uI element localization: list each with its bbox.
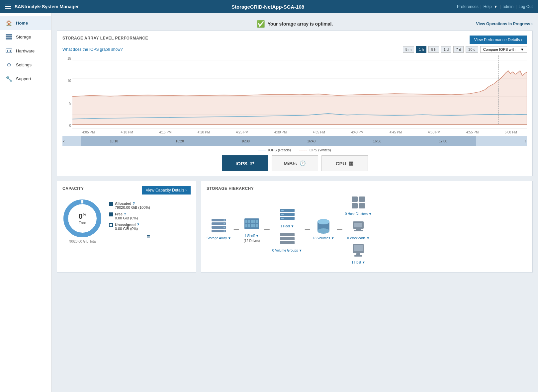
help-dropdown-icon[interactable]: ▼ bbox=[493, 4, 497, 9]
header-nav: Preferences | Help ▼ | admin | Log Out bbox=[457, 4, 533, 9]
timeline-left-arrow[interactable]: ‹ bbox=[63, 138, 65, 144]
free-help-icon[interactable]: ? bbox=[124, 212, 126, 216]
x-label-3: 4:20 PM bbox=[198, 130, 210, 134]
tl-label-3: 16:40 bbox=[307, 139, 315, 143]
status-message: Your storage array is optimal. bbox=[268, 21, 333, 27]
time-8h[interactable]: 8 h bbox=[428, 46, 439, 53]
compare-dropdown-arrow: ▼ bbox=[520, 47, 524, 51]
hier-arrow-2: — bbox=[264, 226, 270, 232]
x-label-5: 4:30 PM bbox=[274, 130, 287, 134]
svg-rect-3 bbox=[6, 49, 12, 53]
svg-rect-27 bbox=[251, 220, 253, 223]
chart-area: Live bbox=[72, 55, 527, 128]
hier-arrow-4: — bbox=[337, 226, 342, 232]
cap-list-btn[interactable]: ≡ bbox=[109, 233, 150, 240]
unassigned-value: 0.00 GiB (0%) bbox=[115, 227, 139, 231]
svg-rect-15 bbox=[81, 200, 83, 203]
hier-group-pools: 1 Pool ▼ 0 Volume Groups ▼ bbox=[272, 206, 302, 252]
allocated-text: Allocated ? 79020.00 GiB (100%) bbox=[115, 201, 150, 209]
host-label[interactable]: 1 Host ▼ bbox=[351, 261, 365, 264]
timeline-inner[interactable]: 16:10 16:20 16:30 16:40 16:50 17:00 bbox=[81, 136, 476, 146]
cap-list-icon[interactable]: ≡ bbox=[146, 233, 150, 240]
allocated-check-icon bbox=[109, 202, 113, 206]
metric-cpu-button[interactable]: CPU ▦ bbox=[321, 155, 368, 171]
compare-iops-dropdown[interactable]: Compare IOPS with... ▼ bbox=[480, 46, 527, 53]
what-iops-link[interactable]: What does the IOPS graph show? bbox=[62, 47, 123, 52]
legend-reads: IOPS (Reads) bbox=[258, 148, 291, 152]
timeline-right-arrow[interactable]: › bbox=[525, 138, 526, 144]
status-bar: ✅ Your storage array is optimal. View Op… bbox=[57, 17, 533, 31]
view-operations-link[interactable]: View Operations in Progress › bbox=[476, 22, 533, 26]
storage-array-label[interactable]: Storage Array ▼ bbox=[207, 236, 231, 240]
volumes-label[interactable]: 18 Volumes ▼ bbox=[313, 236, 334, 240]
timeline-slider[interactable]: ‹ 16:10 16:20 16:30 16:40 16:50 17:00 › bbox=[62, 136, 527, 146]
time-1h[interactable]: 1 h bbox=[416, 46, 426, 53]
hier-node-host-clusters: 0 Host Clusters ▼ bbox=[345, 194, 372, 216]
time-5m[interactable]: 5 m bbox=[403, 46, 414, 53]
x-label-10: 4:55 PM bbox=[466, 130, 479, 134]
hierarchy-title: STORAGE HIERARCHY bbox=[207, 186, 254, 191]
help-link[interactable]: Help bbox=[484, 4, 492, 9]
metric-iops-button[interactable]: IOPS ⇄ bbox=[222, 155, 268, 171]
allocated-help-icon[interactable]: ? bbox=[133, 201, 135, 205]
time-7d[interactable]: 7 d bbox=[453, 46, 464, 53]
free-value: 0.00 GiB (0%) bbox=[115, 216, 138, 220]
sidebar-label-home: Home bbox=[16, 21, 28, 26]
svg-rect-40 bbox=[281, 218, 284, 219]
sidebar-item-home[interactable]: 🏠 Home bbox=[0, 16, 51, 30]
perf-panel-header: STORAGE ARRAY LEVEL PERFORMANCE View Per… bbox=[62, 36, 527, 44]
shelf-icon bbox=[243, 216, 260, 233]
sidebar-item-settings[interactable]: ⚙ Settings bbox=[0, 58, 51, 72]
donut-label: Free bbox=[79, 221, 86, 225]
svg-rect-51 bbox=[359, 203, 365, 208]
volumes-icon bbox=[315, 218, 332, 235]
status-icon: ✅ bbox=[257, 20, 265, 28]
svg-rect-26 bbox=[248, 220, 250, 223]
logout-link[interactable]: Log Out bbox=[518, 4, 533, 9]
sidebar-item-support[interactable]: 🔧 Support bbox=[0, 72, 51, 86]
time-controls: 5 m 1 h 8 h 1 d 7 d 30 d Compare IOPS wi… bbox=[403, 46, 527, 53]
view-capacity-button[interactable]: View Capacity Details › bbox=[142, 186, 191, 195]
host-clusters-icon bbox=[350, 194, 367, 211]
host-clusters-label[interactable]: 0 Host Clusters ▼ bbox=[345, 212, 372, 216]
workloads-label[interactable]: 0 Workloads ▼ bbox=[347, 236, 370, 240]
time-1d[interactable]: 1 d bbox=[441, 46, 451, 53]
hier-node-storage-array: Storage Array ▼ bbox=[207, 218, 231, 240]
svg-rect-28 bbox=[253, 220, 255, 223]
hierarchy-panel: STORAGE HIERARCHY bbox=[201, 181, 533, 273]
mibs-label: MiB/s bbox=[284, 161, 297, 166]
unassigned-help-icon[interactable]: ? bbox=[137, 223, 139, 227]
y-label-0: 0 bbox=[69, 124, 71, 127]
time-30d[interactable]: 30 d bbox=[466, 46, 478, 53]
metric-buttons: IOPS ⇄ MiB/s 🕐 CPU ▦ bbox=[62, 155, 527, 171]
hier-node-shelf: 1 Shelf ▼ (12 Drives) bbox=[242, 216, 262, 243]
shelf-label[interactable]: 1 Shelf ▼ bbox=[244, 234, 259, 238]
view-perf-button[interactable]: View Performance Details › bbox=[470, 36, 527, 44]
svg-rect-0 bbox=[6, 34, 12, 36]
svg-point-46 bbox=[317, 228, 329, 234]
svg-rect-5 bbox=[10, 50, 11, 52]
shelf-drives-label: (12 Drives) bbox=[243, 239, 260, 243]
y-label-5: 5 bbox=[69, 102, 71, 105]
menu-icon[interactable] bbox=[5, 5, 11, 9]
storage-array-icon bbox=[211, 218, 227, 235]
admin-link[interactable]: admin bbox=[502, 4, 513, 9]
x-label-4: 4:25 PM bbox=[236, 130, 248, 134]
donut-center: 0% Free bbox=[79, 212, 86, 225]
volume-groups-label[interactable]: 0 Volume Groups ▼ bbox=[272, 249, 302, 252]
metric-mibs-button[interactable]: MiB/s 🕐 bbox=[272, 155, 318, 171]
preferences-link[interactable]: Preferences bbox=[457, 4, 479, 9]
sidebar-item-storage[interactable]: Storage bbox=[0, 30, 51, 44]
sidebar-item-hardware[interactable]: Hardware bbox=[0, 44, 51, 58]
svg-rect-2 bbox=[6, 38, 12, 39]
chart-legend: IOPS (Reads) IOPS (Writes) bbox=[62, 148, 527, 152]
x-label-6: 4:35 PM bbox=[313, 130, 325, 134]
hier-node-volume-groups: 0 Volume Groups ▼ bbox=[272, 231, 302, 252]
timeline-labels: 16:10 16:20 16:30 16:40 16:50 17:00 bbox=[81, 136, 476, 146]
pool-label[interactable]: 1 Pool ▼ bbox=[280, 224, 294, 228]
sidebar-label-hardware: Hardware bbox=[16, 48, 35, 53]
volume-groups-icon bbox=[279, 231, 296, 247]
svg-rect-38 bbox=[281, 210, 284, 211]
system-name: StorageGRID-NetApp-SGA-108 bbox=[231, 4, 304, 10]
x-label-7: 4:40 PM bbox=[351, 130, 363, 134]
